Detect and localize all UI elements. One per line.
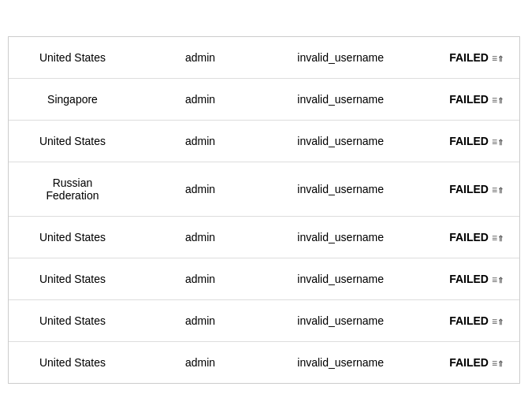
reason-cell: invalid_username <box>264 121 417 162</box>
reason-cell: invalid_username <box>264 162 417 217</box>
user-cell: admin <box>136 300 264 342</box>
filter-icon[interactable]: ≡⇓ <box>492 358 504 369</box>
status-badge: FAILED ≡⇓ <box>449 135 504 147</box>
filter-icon[interactable]: ≡⇓ <box>492 95 504 106</box>
country-cell: United States <box>9 217 136 258</box>
country-cell: United States <box>9 37 136 79</box>
status-cell: FAILED ≡⇓ <box>417 342 519 384</box>
status-cell: FAILED ≡⇓ <box>417 162 519 217</box>
table-row: United States admin invalid_username FAI… <box>9 300 519 342</box>
country-cell: Singapore <box>9 79 136 121</box>
table-row: United States admin invalid_username FAI… <box>9 37 519 79</box>
filter-icon[interactable]: ≡⇓ <box>492 274 504 285</box>
user-cell: admin <box>136 162 264 217</box>
table-row: United States admin invalid_username FAI… <box>9 121 519 162</box>
reason-cell: invalid_username <box>264 342 417 384</box>
table-row: United States admin invalid_username FAI… <box>9 217 519 258</box>
country-cell: RussianFederation <box>9 162 136 217</box>
user-cell: admin <box>136 79 264 121</box>
reason-cell: invalid_username <box>264 217 417 258</box>
status-badge: FAILED ≡⇓ <box>449 51 504 64</box>
filter-icon[interactable]: ≡⇓ <box>492 232 504 243</box>
user-cell: admin <box>136 121 264 162</box>
reason-cell: invalid_username <box>264 300 417 342</box>
country-cell: United States <box>9 342 136 384</box>
table-row: Singapore admin invalid_username FAILED … <box>9 79 519 121</box>
country-cell: United States <box>9 300 136 342</box>
status-badge: FAILED ≡⇓ <box>449 356 504 369</box>
table-row: United States admin invalid_username FAI… <box>9 258 519 300</box>
status-cell: FAILED ≡⇓ <box>417 37 519 79</box>
filter-icon[interactable]: ≡⇓ <box>492 316 504 327</box>
status-badge: FAILED ≡⇓ <box>449 93 504 106</box>
reason-cell: invalid_username <box>264 258 417 300</box>
status-badge: FAILED ≡⇓ <box>449 183 504 195</box>
table-row: RussianFederation admin invalid_username… <box>9 162 519 217</box>
filter-icon[interactable]: ≡⇓ <box>492 136 504 147</box>
country-cell: United States <box>9 258 136 300</box>
user-cell: admin <box>136 342 264 384</box>
status-cell: FAILED ≡⇓ <box>417 121 519 162</box>
user-cell: admin <box>136 37 264 79</box>
reason-cell: invalid_username <box>264 79 417 121</box>
status-cell: FAILED ≡⇓ <box>417 258 519 300</box>
table-row: United States admin invalid_username FAI… <box>9 342 519 384</box>
user-cell: admin <box>136 258 264 300</box>
status-badge: FAILED ≡⇓ <box>449 314 504 327</box>
status-badge: FAILED ≡⇓ <box>449 273 504 285</box>
status-cell: FAILED ≡⇓ <box>417 79 519 121</box>
status-cell: FAILED ≡⇓ <box>417 300 519 342</box>
country-cell: United States <box>9 121 136 162</box>
status-cell: FAILED ≡⇓ <box>417 217 519 258</box>
login-attempts-table: United States admin invalid_username FAI… <box>8 36 520 384</box>
reason-cell: invalid_username <box>264 37 417 79</box>
filter-icon[interactable]: ≡⇓ <box>492 184 504 195</box>
filter-icon[interactable]: ≡⇓ <box>492 53 504 64</box>
user-cell: admin <box>136 217 264 258</box>
status-badge: FAILED ≡⇓ <box>449 231 504 243</box>
